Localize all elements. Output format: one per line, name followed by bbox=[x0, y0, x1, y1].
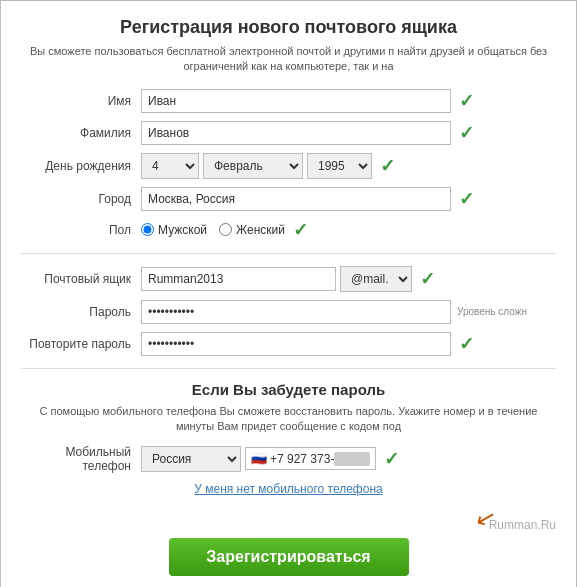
recovery-title: Если Вы забудете пароль bbox=[21, 381, 556, 398]
phone-prefix-text: +7 927 373- bbox=[270, 452, 334, 466]
phone-label: Мобильный телефон bbox=[21, 445, 141, 473]
watermark: Rumman.Ru bbox=[489, 518, 556, 532]
dob-label: День рождения bbox=[21, 159, 141, 173]
surname-label: Фамилия bbox=[21, 126, 141, 140]
phone-number-group: 🇷🇺 +7 927 373- XXXX bbox=[245, 447, 376, 470]
dob-month-select[interactable]: ЯнварьФевральМарт АпрельМайИюнь ИюльАвгу… bbox=[203, 153, 303, 179]
city-label: Город bbox=[21, 192, 141, 206]
dob-check-icon: ✓ bbox=[380, 155, 395, 177]
no-phone-container: У меня нет мобильного телефона bbox=[21, 481, 556, 496]
gender-label: Пол bbox=[21, 223, 141, 237]
password-repeat-row: Повторите пароль ✓ bbox=[21, 332, 556, 356]
phone-country-select[interactable]: Россия bbox=[141, 446, 241, 472]
email-input[interactable] bbox=[141, 267, 336, 291]
page-title: Регистрация нового почтового ящика bbox=[21, 17, 556, 38]
name-label: Имя bbox=[21, 94, 141, 108]
phone-inputs: Россия 🇷🇺 +7 927 373- XXXX bbox=[141, 446, 376, 472]
name-input[interactable] bbox=[141, 89, 451, 113]
register-button[interactable]: Зарегистрироваться bbox=[169, 538, 409, 576]
city-row: Город ✓ bbox=[21, 187, 556, 211]
surname-input[interactable] bbox=[141, 121, 451, 145]
email-row: Почтовый ящик @mail.ru @inbox.ru @list.r… bbox=[21, 266, 556, 292]
password-input[interactable] bbox=[141, 300, 451, 324]
russia-flag-icon: 🇷🇺 bbox=[251, 451, 267, 466]
gender-check-icon: ✓ bbox=[293, 219, 308, 241]
divider-2 bbox=[21, 368, 556, 369]
password-strength-hint: Уровень сложн bbox=[457, 306, 527, 317]
password-row: Пароль Уровень сложн bbox=[21, 300, 556, 324]
dob-inputs: 1234 56789 1011121314 1516171819 2021222… bbox=[141, 153, 372, 179]
name-row: Имя ✓ bbox=[21, 89, 556, 113]
no-phone-link[interactable]: У меня нет мобильного телефона bbox=[194, 482, 382, 496]
dob-day-select[interactable]: 1234 56789 1011121314 1516171819 2021222… bbox=[141, 153, 199, 179]
city-check-icon: ✓ bbox=[459, 188, 474, 210]
password-repeat-label: Повторите пароль bbox=[21, 337, 141, 351]
email-label: Почтовый ящик bbox=[21, 272, 141, 286]
phone-number-blurred: XXXX bbox=[334, 452, 370, 466]
gender-male-label: Мужской bbox=[158, 223, 207, 237]
surname-check-icon: ✓ bbox=[459, 122, 474, 144]
gender-row: Пол Мужской Женский ✓ bbox=[21, 219, 556, 241]
password-repeat-check-icon: ✓ bbox=[459, 333, 474, 355]
phone-check-icon: ✓ bbox=[384, 448, 399, 470]
divider-1 bbox=[21, 253, 556, 254]
gender-options: Мужской Женский bbox=[141, 223, 285, 237]
page-subtitle: Вы сможете пользоваться бесплатной элект… bbox=[21, 44, 556, 75]
password-label: Пароль bbox=[21, 305, 141, 319]
name-check-icon: ✓ bbox=[459, 90, 474, 112]
registration-form: Регистрация нового почтового ящика Вы см… bbox=[0, 0, 577, 587]
dob-row: День рождения 1234 56789 1011121314 1516… bbox=[21, 153, 556, 179]
surname-row: Фамилия ✓ bbox=[21, 121, 556, 145]
gender-female-option[interactable]: Женский bbox=[219, 223, 285, 237]
recovery-desc: С помощью мобильного телефона Вы сможете… bbox=[21, 404, 556, 435]
password-repeat-input[interactable] bbox=[141, 332, 451, 356]
email-check-icon: ✓ bbox=[420, 268, 435, 290]
city-input[interactable] bbox=[141, 187, 451, 211]
arrow-area: ↙ Rumman.Ru bbox=[21, 504, 556, 532]
gender-female-radio[interactable] bbox=[219, 223, 232, 236]
gender-female-label: Женский bbox=[236, 223, 285, 237]
gender-male-radio[interactable] bbox=[141, 223, 154, 236]
dob-year-select[interactable]: 2013201220112010200920082007200620052004… bbox=[307, 153, 372, 179]
email-domain-select[interactable]: @mail.ru @inbox.ru @list.ru @bk.ru bbox=[340, 266, 412, 292]
email-inputs: @mail.ru @inbox.ru @list.ru @bk.ru bbox=[141, 266, 412, 292]
gender-male-option[interactable]: Мужской bbox=[141, 223, 207, 237]
phone-row: Мобильный телефон Россия 🇷🇺 +7 927 373- … bbox=[21, 445, 556, 473]
